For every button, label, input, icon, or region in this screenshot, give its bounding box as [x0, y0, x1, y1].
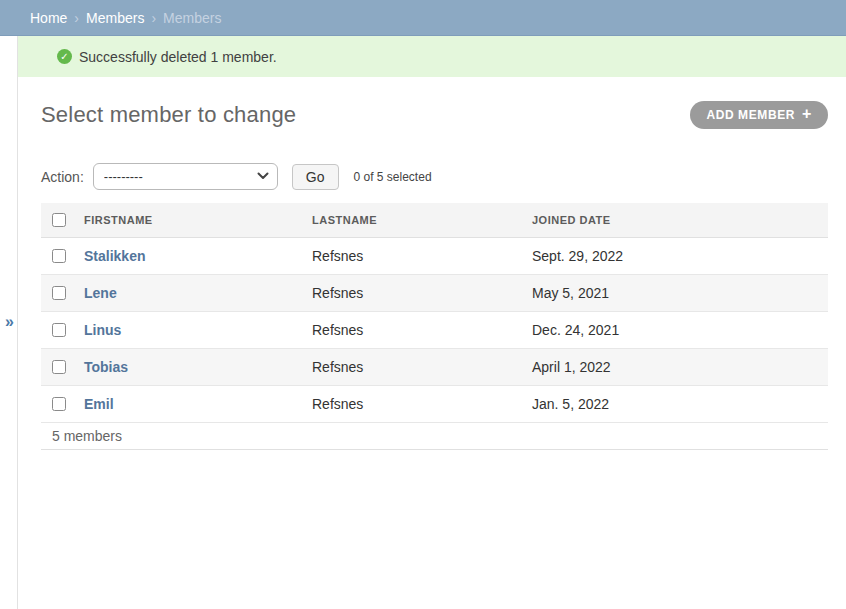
row-checkbox[interactable] — [52, 397, 66, 411]
member-link[interactable]: Stalikken — [84, 248, 145, 264]
lastname-cell: Refsnes — [312, 274, 532, 311]
action-bar: Action: --------- Go 0 of 5 selected — [41, 163, 828, 190]
column-header-joined-date[interactable]: JOINED DATE — [532, 203, 828, 237]
breadcrumb: Home › Members › Members — [0, 0, 846, 36]
row-checkbox[interactable] — [52, 249, 66, 263]
breadcrumb-current: Members — [163, 10, 221, 26]
sidebar-expand-toggle[interactable]: » — [1, 314, 18, 330]
table-row: Lene Refsnes May 5, 2021 — [41, 274, 828, 311]
page-title: Select member to change — [41, 102, 296, 128]
column-header-lastname[interactable]: LASTNAME — [312, 203, 532, 237]
plus-icon: + — [802, 106, 812, 122]
member-link[interactable]: Lene — [84, 285, 117, 301]
member-count: 5 members — [41, 423, 828, 450]
table-header-row: FIRSTNAME LASTNAME JOINED DATE — [41, 203, 828, 237]
add-member-label: ADD MEMBER — [706, 108, 795, 122]
breadcrumb-separator: › — [151, 10, 156, 26]
breadcrumb-members-link[interactable]: Members — [86, 10, 144, 26]
lastname-cell: Refsnes — [312, 385, 532, 422]
action-select[interactable]: --------- — [93, 163, 278, 190]
joined-date-cell: Dec. 24, 2021 — [532, 311, 828, 348]
action-label: Action: — [41, 169, 84, 185]
table-row: Emil Refsnes Jan. 5, 2022 — [41, 385, 828, 422]
success-message: ✓ Successfully deleted 1 member. — [18, 36, 846, 77]
row-checkbox[interactable] — [52, 286, 66, 300]
joined-date-cell: May 5, 2021 — [532, 274, 828, 311]
joined-date-cell: April 1, 2022 — [532, 348, 828, 385]
go-button[interactable]: Go — [292, 164, 339, 190]
row-checkbox[interactable] — [52, 360, 66, 374]
lastname-cell: Refsnes — [312, 348, 532, 385]
column-header-firstname[interactable]: FIRSTNAME — [84, 203, 312, 237]
success-check-icon: ✓ — [57, 49, 72, 64]
member-link[interactable]: Emil — [84, 396, 114, 412]
selected-count: 0 of 5 selected — [354, 170, 432, 184]
members-table: FIRSTNAME LASTNAME JOINED DATE Stalikken… — [41, 203, 828, 423]
select-all-checkbox[interactable] — [52, 213, 66, 227]
breadcrumb-separator: › — [74, 10, 79, 26]
member-link[interactable]: Linus — [84, 322, 121, 338]
table-row: Linus Refsnes Dec. 24, 2021 — [41, 311, 828, 348]
breadcrumb-home-link[interactable]: Home — [30, 10, 67, 26]
joined-date-cell: Jan. 5, 2022 — [532, 385, 828, 422]
lastname-cell: Refsnes — [312, 311, 532, 348]
lastname-cell: Refsnes — [312, 237, 532, 274]
row-checkbox[interactable] — [52, 323, 66, 337]
table-row: Tobias Refsnes April 1, 2022 — [41, 348, 828, 385]
member-link[interactable]: Tobias — [84, 359, 128, 375]
sidebar-rail: » — [0, 36, 18, 609]
add-member-button[interactable]: ADD MEMBER + — [690, 101, 828, 129]
action-select-wrap: --------- — [93, 163, 278, 190]
success-message-text: Successfully deleted 1 member. — [79, 49, 277, 65]
joined-date-cell: Sept. 29, 2022 — [532, 237, 828, 274]
content-area: ✓ Successfully deleted 1 member. Select … — [18, 36, 846, 609]
admin-page: Home › Members › Members » ✓ Successfull… — [0, 0, 846, 609]
table-row: Stalikken Refsnes Sept. 29, 2022 — [41, 237, 828, 274]
